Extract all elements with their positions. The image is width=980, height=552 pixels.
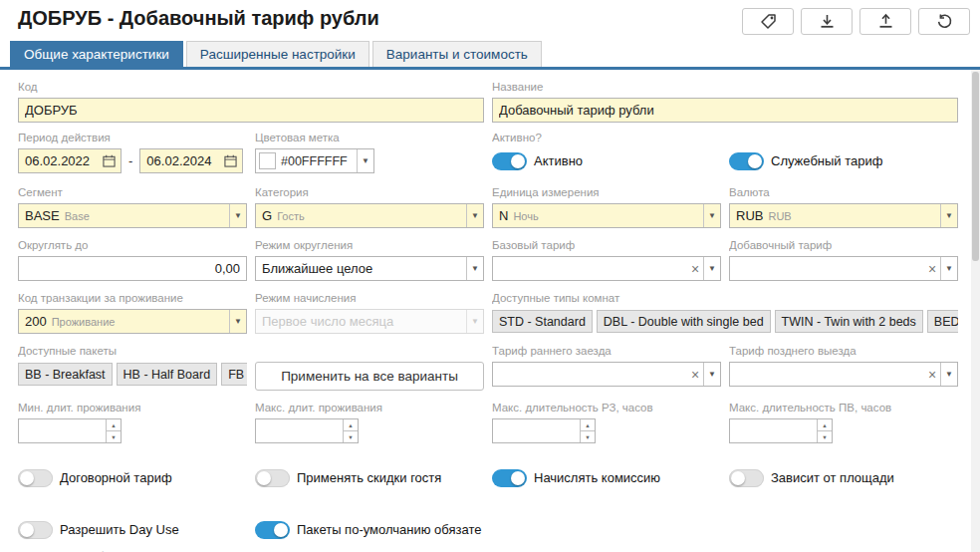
min-stay-input[interactable] [19, 419, 106, 442]
package-chip[interactable]: HB - Half Board [117, 363, 218, 386]
max-early-checkin-hours-label: Макс. длительность РЗ, часов [492, 402, 721, 416]
spin-down-button[interactable]: ▼ [107, 431, 121, 442]
field-apply-all-variants: Применить на все варианты [255, 345, 492, 391]
period-to-input[interactable] [140, 149, 222, 172]
tab-advanced-settings[interactable]: Расширенные настройки [186, 41, 369, 67]
room-types-list: STD - Standard DBL - Double with single … [492, 309, 958, 334]
field-round-to: Округлять до [18, 239, 255, 281]
max-early-checkin-hours-input[interactable] [493, 419, 580, 442]
apply-guest-discounts-toggle[interactable] [255, 469, 290, 487]
round-to-input[interactable] [19, 257, 246, 280]
field-accrue-commission: Начислять комиссию [492, 465, 729, 490]
clear-icon[interactable]: × [924, 367, 940, 383]
spin-up-button[interactable]: ▲ [107, 419, 121, 431]
field-max-stay: Макс. длит. проживания ▲▼ [255, 402, 492, 443]
tab-general-characteristics[interactable]: Общие характеристики [10, 41, 183, 67]
category-select[interactable]: GГость ▼ [255, 203, 484, 228]
spin-up-button[interactable]: ▲ [818, 419, 832, 431]
depends-on-area-toggle[interactable] [729, 469, 764, 487]
field-service-tariff: Служебный тариф [729, 132, 966, 173]
field-late-checkout-tariff: Тариф позднего выезда × ▼ [729, 345, 966, 391]
additional-tariff-select[interactable]: × ▼ [729, 256, 958, 281]
active-toggle[interactable] [492, 152, 527, 170]
name-input[interactable] [493, 99, 957, 122]
spin-down-button[interactable]: ▼ [581, 431, 595, 442]
room-type-chip[interactable]: STD - Standard [492, 310, 593, 333]
apply-all-variants-button[interactable]: Применить на все варианты [255, 362, 484, 391]
additional-tariff-label: Добавочный тариф [729, 239, 958, 254]
room-type-chip[interactable]: TWIN - Twin with 2 beds [775, 310, 923, 333]
field-early-checkin-tariff: Тариф раннего заезда × ▼ [492, 345, 729, 391]
color-tag-select[interactable]: #00FFFFFF ▼ [255, 148, 374, 173]
color-tag-label: Цветовая метка [255, 132, 484, 146]
max-early-checkin-hours-input-box: ▲▼ [492, 418, 596, 443]
chevron-down-icon: ▼ [229, 204, 246, 227]
service-tariff-toggle[interactable] [729, 152, 764, 170]
field-min-stay: Мин. длит. проживания ▲▼ [18, 402, 255, 443]
segment-label: Сегмент [18, 186, 247, 201]
allow-day-use-toggle-label: Разрешить Day Use [60, 522, 179, 537]
spin-up-button[interactable]: ▲ [344, 419, 358, 431]
field-max-late-checkout-hours: Макс. длительность ПВ, часов ▲▼ [729, 402, 966, 443]
package-chip[interactable]: FB - [221, 363, 247, 386]
tariff-editor-window: ДОБРУБ - Добавочный тариф рубли [0, 0, 980, 552]
round-to-label: Округлять до [18, 239, 247, 254]
apply-guest-discounts-toggle-label: Применять скидки гостя [297, 470, 441, 485]
toggle-knob [20, 523, 34, 537]
vertical-scrollbar[interactable] [971, 70, 980, 552]
number-spinner: ▲▼ [343, 419, 358, 442]
spin-down-button[interactable]: ▼ [344, 431, 358, 442]
field-depends-on-area: Зависит от площади [729, 465, 966, 490]
calendar-icon[interactable] [101, 154, 118, 167]
upload-button[interactable] [859, 8, 911, 35]
accrue-commission-toggle[interactable] [492, 469, 527, 487]
chevron-down-icon: ▼ [940, 257, 957, 280]
accrual-mode-label: Режим начисления [255, 292, 484, 307]
period-from-box [18, 148, 122, 173]
early-checkin-tariff-select[interactable]: × ▼ [492, 362, 721, 387]
field-segment: Сегмент BASEBase ▼ [18, 186, 255, 228]
clear-icon[interactable]: × [687, 367, 703, 383]
period-from-input[interactable] [19, 149, 101, 172]
active-label: Активно? [492, 132, 721, 146]
calendar-icon[interactable] [222, 154, 239, 167]
late-checkout-tariff-select[interactable]: × ▼ [729, 362, 958, 387]
accrual-mode-select: Первое число месяца ▼ [255, 309, 484, 334]
max-stay-input-box: ▲▼ [255, 418, 359, 443]
tab-variants-and-price[interactable]: Варианты и стоимость [372, 41, 542, 67]
max-stay-input[interactable] [256, 419, 343, 442]
code-input[interactable] [19, 99, 483, 122]
segment-select[interactable]: BASEBase ▼ [18, 203, 247, 228]
stay-transaction-code-select[interactable]: 200Проживание ▼ [18, 309, 247, 334]
clear-icon[interactable]: × [687, 261, 703, 277]
package-chip[interactable]: BB - Breakfast [18, 363, 113, 386]
field-active: Активно? Активно [492, 132, 729, 173]
chevron-down-icon: ▼ [940, 204, 957, 227]
field-room-types: Доступные типы комнат STD - Standard DBL… [492, 292, 966, 334]
download-button[interactable] [801, 8, 853, 35]
tags-button[interactable] [742, 8, 794, 35]
spin-down-button[interactable]: ▼ [818, 431, 832, 442]
scrollbar-thumb[interactable] [972, 72, 979, 261]
room-type-chip[interactable]: DBL - Double with single bed [597, 310, 771, 333]
period-to-box [139, 148, 243, 173]
toolbar [742, 7, 970, 35]
allow-day-use-toggle[interactable] [18, 521, 53, 539]
round-mode-select[interactable]: Ближайшее целое ▼ [255, 256, 484, 281]
toggle-knob [731, 471, 745, 485]
field-allow-day-use: Разрешить Day Use [18, 517, 255, 542]
unit-select[interactable]: NНочь ▼ [492, 203, 721, 228]
chevron-down-icon: ▼ [357, 149, 373, 172]
service-tariff-spacer [729, 132, 958, 146]
currency-select[interactable]: RUBRUB ▼ [729, 203, 958, 228]
contract-tariff-toggle-label: Договорной тариф [60, 470, 172, 485]
clear-icon[interactable]: × [924, 261, 940, 277]
contract-tariff-toggle[interactable] [18, 469, 53, 487]
room-type-chip[interactable]: BED [927, 310, 958, 333]
history-button[interactable] [918, 8, 970, 35]
spin-up-button[interactable]: ▲ [581, 419, 595, 431]
base-tariff-select[interactable]: × ▼ [492, 256, 721, 281]
packages-default-required-toggle[interactable] [255, 521, 290, 539]
chevron-down-icon: ▼ [703, 363, 720, 386]
max-late-checkout-hours-input[interactable] [730, 419, 817, 442]
